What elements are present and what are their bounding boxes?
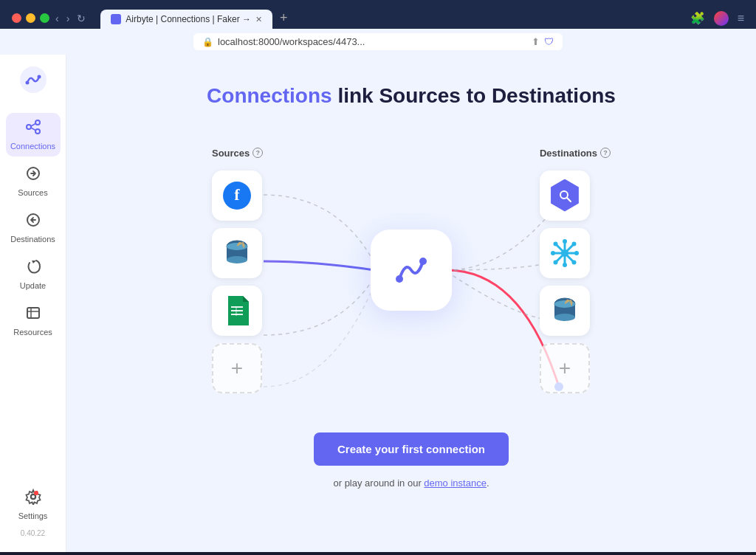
active-tab[interactable]: Airbyte | Connections | Faker → ✕	[100, 10, 272, 29]
add-dest-icon: +	[559, 356, 571, 380]
svg-point-2	[37, 75, 41, 79]
settings-icon	[25, 489, 41, 509]
sources-label: Sources	[18, 188, 47, 197]
svg-point-39	[553, 241, 557, 246]
svg-rect-23	[231, 306, 243, 308]
title-connections: Connections	[207, 84, 332, 107]
add-source-icon: +	[231, 356, 243, 380]
create-connection-button[interactable]: Create your first connection	[314, 432, 509, 466]
svg-rect-10	[27, 308, 39, 318]
address-bar[interactable]: 🔒 localhost:8000/workspaces/4473... ⬆ 🛡	[193, 33, 563, 50]
svg-point-43	[561, 249, 568, 257]
facebook-connector[interactable]: f	[212, 170, 262, 221]
traffic-lights	[12, 13, 49, 23]
gsheets-connector[interactable]	[212, 286, 262, 336]
tab-title: Airbyte | Connections | Faker →	[126, 14, 251, 24]
svg-line-6	[31, 124, 35, 127]
center-airbyte-logo	[371, 230, 452, 311]
sidebar-item-sources[interactable]: Sources	[6, 159, 61, 203]
update-label: Update	[20, 281, 46, 290]
search-destination-connector[interactable]	[540, 170, 590, 221]
main-content: Connections link Sources to Destinations	[66, 55, 756, 552]
svg-point-15	[34, 491, 38, 495]
sidebar-item-settings[interactable]: Settings	[6, 483, 61, 526]
svg-rect-25	[231, 314, 243, 315]
extensions-icon[interactable]: 🧩	[690, 11, 705, 25]
sidebar-item-update[interactable]: Update	[6, 252, 61, 296]
demo-instance-link[interactable]: demo instance	[424, 478, 487, 489]
svg-point-46	[554, 314, 575, 321]
maximize-button[interactable]	[40, 13, 49, 23]
update-icon	[25, 258, 41, 278]
destinations-icon	[25, 212, 41, 232]
menu-icon[interactable]: ≡	[738, 12, 744, 25]
refresh-button[interactable]: ↻	[77, 13, 86, 24]
svg-point-21	[227, 256, 247, 263]
lock-icon: 🔒	[202, 37, 213, 47]
tab-close-button[interactable]: ✕	[255, 15, 262, 24]
snowflake-connector[interactable]	[540, 228, 590, 278]
version-label: 0.40.22	[21, 529, 45, 537]
svg-point-1	[25, 81, 29, 85]
or-text-prefix: or play around in our	[333, 478, 424, 489]
tab-bar: Airbyte | Connections | Faker → ✕ +	[100, 7, 293, 29]
svg-point-35	[563, 239, 567, 244]
app-container: Connections Sources Destinations	[0, 55, 756, 552]
resources-icon	[25, 305, 41, 325]
svg-point-37	[551, 251, 555, 255]
connections-icon	[25, 119, 41, 139]
destinations-header: Destinations ?	[540, 148, 611, 159]
svg-point-36	[563, 263, 567, 267]
tab-favicon	[111, 14, 121, 24]
sources-help-icon[interactable]: ?	[252, 148, 263, 158]
browser-addressbar: 🔒 localhost:8000/workspaces/4473... ⬆ 🛡	[0, 29, 756, 55]
svg-point-27	[396, 275, 403, 283]
destinations-column: Destinations ?	[540, 148, 611, 393]
add-source-card[interactable]: +	[212, 343, 262, 393]
sidebar-logo[interactable]	[20, 66, 47, 98]
resources-label: Resources	[13, 328, 52, 337]
or-text: or play around in our demo instance.	[333, 478, 489, 489]
sidebar: Connections Sources Destinations	[0, 55, 66, 552]
sidebar-item-resources[interactable]: Resources	[6, 299, 61, 342]
back-button[interactable]: ‹	[55, 13, 59, 24]
new-tab-button[interactable]: +	[274, 7, 294, 29]
svg-point-28	[419, 258, 427, 265]
sources-column: Sources ? f	[212, 148, 263, 393]
sources-label: Sources	[212, 148, 250, 159]
svg-point-38	[574, 251, 579, 255]
add-dest-card[interactable]: +	[540, 343, 590, 393]
profile-icon[interactable]	[714, 11, 729, 26]
svg-line-7	[31, 128, 35, 131]
airbyte-center-icon	[388, 247, 435, 294]
browser-titlebar: ‹ › ↻ Airbyte | Connections | Faker → ✕ …	[0, 0, 756, 29]
shield-icon: 🛡	[544, 36, 554, 47]
settings-label: Settings	[18, 511, 48, 520]
snowflake-icon	[550, 238, 580, 268]
destinations-help-icon[interactable]: ?	[600, 148, 611, 158]
or-text-end: .	[487, 478, 489, 489]
sidebar-item-connections[interactable]: Connections	[6, 113, 61, 156]
facebook-icon: f	[223, 182, 251, 210]
svg-point-3	[27, 125, 31, 129]
browser-toolbar-right: 🧩 ≡	[690, 11, 744, 26]
nav-buttons: ‹ › ↻	[55, 13, 86, 24]
sources-header: Sources ?	[212, 148, 263, 159]
forward-button[interactable]: ›	[66, 13, 70, 24]
minimize-button[interactable]	[26, 13, 35, 23]
connections-label: Connections	[10, 142, 55, 151]
svg-point-41	[571, 241, 576, 246]
share-icon: ⬆	[532, 36, 540, 47]
page-title: Connections link Sources to Destinations	[207, 84, 616, 108]
close-button[interactable]	[12, 13, 21, 23]
connections-diagram: Sources ? f	[168, 137, 655, 403]
destinations-label: Destinations	[10, 235, 55, 244]
url-text: localhost:8000/workspaces/4473...	[218, 36, 365, 47]
svg-point-42	[553, 260, 557, 264]
sources-icon	[25, 165, 41, 185]
postgres-source-connector[interactable]	[212, 228, 262, 278]
sidebar-item-destinations[interactable]: Destinations	[6, 206, 61, 249]
destinations-label: Destinations	[540, 148, 597, 159]
postgres-dest-connector[interactable]	[540, 286, 590, 336]
svg-rect-24	[231, 310, 243, 311]
